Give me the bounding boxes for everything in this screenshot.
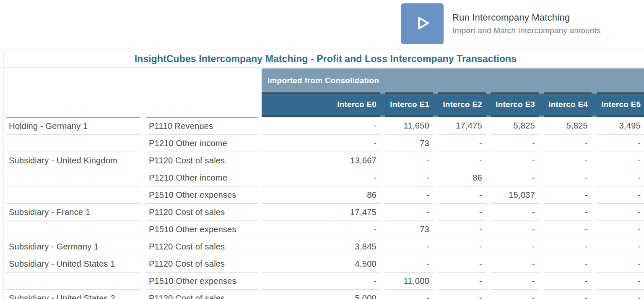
value-cell-e1[interactable]: -	[385, 238, 433, 255]
value-cell-e4[interactable]: -	[544, 186, 592, 204]
value-cell-e2[interactable]: 17,475	[438, 117, 486, 135]
value-cell-e5[interactable]: -	[597, 186, 644, 204]
value-cell-e4[interactable]: -	[544, 135, 592, 152]
value-cell-e2[interactable]: -	[438, 152, 486, 169]
entity-cell[interactable]: Subsidiary - France 1	[6, 204, 140, 221]
table-row: Subsidiary - United States 2 P1120 Cost …	[4, 290, 644, 299]
value-cell-e4[interactable]: -	[544, 169, 592, 186]
account-cell[interactable]: P1510 Other expenses	[146, 186, 257, 204]
account-cell[interactable]: P1120 Cost of sales	[146, 238, 257, 255]
value-cell-e1[interactable]: -	[385, 204, 433, 221]
value-cell-e3[interactable]: -	[491, 255, 539, 273]
run-intercompany-matching-button[interactable]	[401, 3, 444, 44]
value-cell-e1[interactable]: 73	[385, 221, 433, 238]
value-cell-e2[interactable]: -	[438, 238, 486, 255]
value-cell-e4[interactable]: -	[544, 273, 592, 290]
value-cell-e2[interactable]: 86	[438, 169, 486, 186]
account-cell[interactable]: P1120 Cost of sales	[146, 290, 257, 299]
value-cell-e0[interactable]: 17,475	[262, 204, 380, 221]
value-cell-e1[interactable]: 73	[385, 135, 433, 152]
entity-cell[interactable]: Subsidiary - Germany 1	[6, 238, 140, 255]
entity-cell[interactable]: Subsidiary - United States 2	[6, 290, 140, 299]
account-cell[interactable]: P1120 Cost of sales	[146, 204, 257, 221]
value-cell-e2[interactable]: -	[438, 186, 486, 204]
value-cell-e5[interactable]: -	[597, 169, 644, 186]
value-cell-e0[interactable]: 5,000	[262, 290, 380, 299]
value-cell-e3[interactable]: 15,037	[491, 186, 539, 204]
value-cell-e5[interactable]: -	[597, 152, 644, 169]
column-header-interco-e1[interactable]: Interco E1	[385, 92, 433, 117]
value-cell-e3[interactable]: -	[491, 152, 539, 169]
value-cell-e3[interactable]: -	[491, 273, 539, 290]
value-cell-e5[interactable]: -	[597, 255, 644, 273]
value-cell-e1[interactable]: -	[385, 152, 433, 169]
value-cell-e3[interactable]: -	[491, 169, 539, 186]
account-cell[interactable]: P1120 Cost of sales	[146, 152, 257, 169]
value-cell-e4[interactable]: -	[544, 152, 592, 169]
entity-cell[interactable]	[6, 169, 140, 186]
column-header-interco-e4[interactable]: Interco E4	[544, 92, 592, 117]
column-gap	[592, 135, 597, 152]
value-cell-e2[interactable]: -	[438, 290, 486, 299]
value-cell-e3[interactable]: -	[491, 238, 539, 255]
value-cell-e0[interactable]: 4,500	[262, 255, 380, 273]
value-cell-e3[interactable]: -	[491, 221, 539, 238]
column-header-interco-e2[interactable]: Interco E2	[438, 92, 486, 117]
value-cell-e4[interactable]: -	[544, 204, 592, 221]
value-cell-e0[interactable]: 13,667	[262, 152, 380, 169]
value-cell-e0[interactable]: -	[262, 135, 380, 152]
value-cell-e4[interactable]: -	[544, 290, 592, 299]
value-cell-e3[interactable]: -	[491, 290, 539, 299]
value-cell-e4[interactable]: -	[544, 221, 592, 238]
value-cell-e2[interactable]: -	[438, 255, 486, 273]
value-cell-e0[interactable]: 3,845	[262, 238, 380, 255]
account-cell[interactable]: P1110 Revenues	[146, 117, 257, 135]
value-cell-e3[interactable]: 5,825	[491, 117, 539, 135]
entity-cell[interactable]	[6, 186, 140, 204]
value-cell-e5[interactable]: 3,495	[597, 117, 644, 135]
column-header-interco-e5[interactable]: Interco E5	[597, 92, 644, 117]
group-header[interactable]: Imported from Consolidation	[262, 68, 644, 92]
value-cell-e5[interactable]: -	[597, 290, 644, 299]
account-cell[interactable]: P1120 Cost of sales	[146, 255, 257, 273]
value-cell-e5[interactable]: -	[597, 135, 644, 152]
value-cell-e1[interactable]: -	[385, 290, 433, 299]
value-cell-e1[interactable]: -	[385, 186, 433, 204]
account-cell[interactable]: P1510 Other expenses	[146, 221, 257, 238]
entity-cell[interactable]: Subsidiary - United Kingdom	[6, 152, 140, 169]
value-cell-e0[interactable]: -	[262, 169, 380, 186]
value-cell-e0[interactable]: -	[262, 273, 380, 290]
entity-cell[interactable]	[6, 135, 140, 152]
value-cell-e3[interactable]: -	[491, 135, 539, 152]
account-cell[interactable]: P1510 Other expenses	[146, 273, 257, 290]
value-cell-e4[interactable]: 5,825	[544, 117, 592, 135]
entity-cell[interactable]: Holding - Germany 1	[6, 117, 140, 135]
value-cell-e1[interactable]: 11,650	[385, 117, 433, 135]
value-cell-e1[interactable]: -	[385, 169, 433, 186]
value-cell-e5[interactable]: -	[597, 273, 644, 290]
entity-cell[interactable]	[6, 221, 140, 238]
value-cell-e1[interactable]: -	[385, 255, 433, 273]
value-cell-e2[interactable]: -	[438, 204, 486, 221]
entity-cell[interactable]: Subsidiary - United States 1	[6, 255, 140, 273]
entity-cell[interactable]	[6, 273, 140, 290]
value-cell-e2[interactable]: -	[438, 135, 486, 152]
value-cell-e5[interactable]: -	[597, 238, 644, 255]
account-cell[interactable]: P1210 Other income	[146, 169, 257, 186]
value-cell-e0[interactable]: -	[262, 221, 380, 238]
value-cell-e2[interactable]: -	[438, 221, 486, 238]
column-gap	[486, 135, 491, 152]
value-cell-e4[interactable]: -	[544, 238, 592, 255]
column-header-interco-e3[interactable]: Interco E3	[491, 92, 539, 117]
value-cell-e0[interactable]: 86	[262, 186, 380, 204]
value-cell-e1[interactable]: 11,000	[385, 273, 433, 290]
value-cell-e3[interactable]: -	[491, 204, 539, 221]
value-cell-e4[interactable]: -	[544, 255, 592, 273]
account-cell[interactable]: P1210 Other income	[146, 135, 257, 152]
value-cell-e0[interactable]: -	[262, 117, 380, 135]
column-gap	[433, 117, 438, 135]
column-header-interco-e0[interactable]: Interco E0	[262, 92, 380, 117]
value-cell-e2[interactable]: -	[438, 273, 486, 290]
value-cell-e5[interactable]: -	[597, 204, 644, 221]
value-cell-e5[interactable]: -	[597, 221, 644, 238]
